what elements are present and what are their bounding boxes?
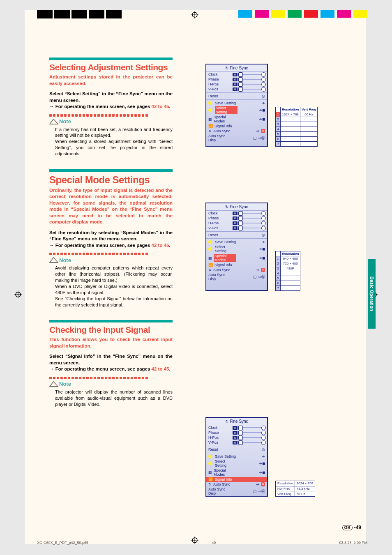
osd-label: Save Setting <box>215 454 238 458</box>
diamond-icon <box>208 246 212 251</box>
footer-page: 49 <box>212 541 216 545</box>
sync-icon: ↻ <box>208 482 212 486</box>
osd-label: H-Pos <box>208 82 231 86</box>
osd-label: Select Setting <box>215 459 238 467</box>
reset-icon: ◎ <box>262 447 265 451</box>
display-icon: ▢ ⇨ⓦ <box>253 274 265 280</box>
osd-label: Special Modes <box>214 468 236 477</box>
section-body: Select “Signal Info” in the “Fine Sync” … <box>49 353 173 373</box>
osd-label: Special Modes <box>214 115 236 123</box>
note-heading: Note <box>49 118 173 125</box>
osd-label: V-Pos <box>208 440 231 444</box>
osd-title: Fine Sync <box>206 203 267 211</box>
osd-value: 0 <box>233 78 238 81</box>
slider-icon <box>239 437 265 438</box>
slider-icon <box>239 228 265 228</box>
note-body: The projector will display the number of… <box>49 389 173 408</box>
reset-icon: ◎ <box>262 94 265 98</box>
note-body: If a memory has not been set, a resoluti… <box>49 127 173 157</box>
resolution-table: ResolutionVert Freq 11024 × 76860 Hz 2 3… <box>275 107 318 147</box>
body-text: . <box>169 243 170 248</box>
body-text: Select “Select Setting” in the “Fine Syn… <box>49 91 173 103</box>
table-header: Vert Freq <box>300 107 318 112</box>
display-icon: ▢ ⇨ⓦ <box>253 489 265 494</box>
page-link[interactable]: 42 to 45 <box>152 366 169 371</box>
osd-title: Fine Sync <box>206 64 267 72</box>
osd-label: Signal Info <box>214 124 237 128</box>
osd-label: Auto Sync <box>213 268 236 272</box>
arrow-right-icon: ➔◼ <box>259 256 265 260</box>
page-link[interactable]: 42 to 45 <box>152 243 169 248</box>
content-column: Selecting Adjustment Settings Adjustment… <box>49 58 173 407</box>
osd-value: 0 <box>233 73 238 76</box>
note-text: When a DVD player or Digital Video is co… <box>55 284 173 295</box>
diamond-icon <box>208 240 212 244</box>
section-intro: Ordinarily, the type of input signal is … <box>49 187 173 226</box>
table-cell: Hor Freq <box>276 486 295 491</box>
dotted-separator <box>49 252 173 256</box>
table-cell: Vert Freq <box>276 491 295 497</box>
osd-label: Special Modes <box>214 254 236 262</box>
osd-label: Phase <box>208 431 231 435</box>
close-icon: ✕ <box>261 268 265 272</box>
osd-menu: Fine Sync Clock0 Phase0 H-Pos0 V-Pos0 Re… <box>205 64 268 147</box>
osd-value: 0 <box>233 426 238 430</box>
note-icon <box>49 118 58 125</box>
body-text: . <box>169 104 170 109</box>
table-cell: 720 × 480 <box>281 261 300 266</box>
section-intro: This function allows you to check the cu… <box>49 336 173 349</box>
dotted-separator <box>49 376 173 380</box>
osd-value: 0 <box>233 216 238 220</box>
note-text: When selecting a stored adjustment setti… <box>55 139 173 156</box>
page-number: GB -49 <box>342 525 361 530</box>
reset-icon: ◎ <box>262 233 265 237</box>
note-icon <box>49 381 58 387</box>
display-icon: ▢ ⇨ⓦ <box>253 136 265 141</box>
table-cell: 60 Hz <box>295 491 315 497</box>
osd-label: Auto Sync <box>213 482 236 486</box>
dotted-separator <box>49 113 173 117</box>
osd-label: H-Pos <box>208 435 231 440</box>
osd-value: 0 <box>233 436 238 440</box>
figure-special-modes: Fine Sync Clock0 Phase0 H-Pos0 V-Pos0 Re… <box>205 203 300 291</box>
osd-label: Save Setting <box>215 240 238 244</box>
osd-label: Auto Sync Disp <box>208 134 231 142</box>
section-divider <box>49 169 173 172</box>
slider-icon <box>239 218 265 219</box>
osd-label: Phase <box>208 77 231 81</box>
diamond-icon <box>208 101 212 105</box>
osd-label: Reset <box>208 447 231 451</box>
osd-menu: Fine Sync Clock0 Phase0 H-Pos0 V-Pos0 Re… <box>205 417 268 497</box>
body-text: → For operating the menu screen, see pag… <box>49 366 152 371</box>
sync-icon: ↻ <box>208 129 212 133</box>
osd-label: Auto Sync <box>213 129 236 133</box>
arrow-right-icon: ➔ <box>256 482 259 486</box>
grid-icon: ▦ <box>208 470 212 474</box>
osd-label: Signal Info <box>214 477 265 481</box>
registration-black-swatches <box>37 10 123 18</box>
osd-label: Save Setting <box>215 101 238 105</box>
note-icon <box>49 257 58 263</box>
page-link[interactable]: 42 to 45 <box>152 104 169 109</box>
osd-label: Phase <box>208 216 231 220</box>
table-cell: 1024 × 768 <box>295 481 315 486</box>
registration-mark-icon <box>191 11 198 18</box>
note-heading: Note <box>49 381 173 387</box>
slider-icon <box>239 213 265 214</box>
section-title: Special Mode Settings <box>49 174 173 186</box>
osd-label: Clock <box>208 211 231 215</box>
section-divider <box>49 320 173 322</box>
osd-value: 0 <box>233 88 238 91</box>
arrow-right-icon: ➔ <box>262 454 265 458</box>
registration-mark-icon <box>14 291 22 298</box>
osd-label: Signal Info <box>214 263 237 267</box>
close-icon: ✕ <box>261 129 265 133</box>
diamond-icon <box>208 108 212 112</box>
arrow-right-icon: ➔◼ <box>259 470 265 474</box>
body-text: Select “Signal Info” in the “Fine Sync” … <box>49 354 173 365</box>
grid-icon: ▦ <box>208 117 212 121</box>
osd-label: V-Pos <box>208 87 231 91</box>
table-cell: 1024 × 768 <box>281 112 300 117</box>
side-tab: Basic Operation <box>368 259 376 329</box>
table-header: Resolution <box>281 107 300 112</box>
